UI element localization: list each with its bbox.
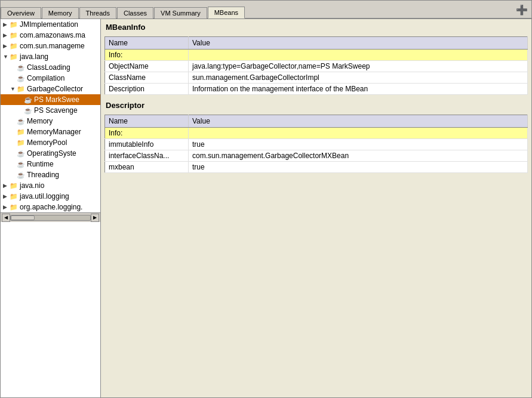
tree-label: MemoryManager xyxy=(27,128,81,136)
folder-icon: 📁 xyxy=(10,32,18,39)
tree-item[interactable]: 📁MemoryPool xyxy=(1,137,100,148)
bean-icon: ☕ xyxy=(24,107,32,115)
cell-name: Description xyxy=(105,84,189,95)
table-row: interfaceClassNa...com.sun.management.Ga… xyxy=(105,150,528,162)
tree-label: Runtime xyxy=(27,160,54,168)
tree-item[interactable]: ▶📁com.amazonaws.ma xyxy=(1,30,100,41)
tree-item[interactable]: ☕OperatingSyste xyxy=(1,148,100,159)
folder-icon: 📁 xyxy=(10,182,18,190)
add-icon[interactable]: ➕ xyxy=(512,2,531,18)
mbean-table: Name Value Info:ObjectNamejava.lang:type… xyxy=(104,36,528,95)
expand-arrow[interactable]: ▶ xyxy=(3,204,8,210)
table-row: Info: xyxy=(105,128,528,139)
tree-item[interactable]: ☕PS Scavenge xyxy=(1,105,100,116)
tab-mbeans[interactable]: MBeans xyxy=(208,7,245,18)
desc-col-name: Name xyxy=(105,115,189,128)
tree-label: PS MarkSwee xyxy=(34,95,79,104)
scroll-thumb[interactable] xyxy=(11,215,35,220)
tree-label: JMImplementation xyxy=(20,20,78,29)
cell-name: Info: xyxy=(105,50,189,61)
bean-icon: ☕ xyxy=(17,150,25,158)
tree-item[interactable]: ☕ClassLoading xyxy=(1,62,100,73)
tree-item[interactable]: ☕PS MarkSwee xyxy=(1,94,100,105)
tree-label: com.sun.manageme xyxy=(20,42,85,50)
cell-name: mxbean xyxy=(105,162,189,173)
cell-value: true xyxy=(189,139,528,150)
cell-value xyxy=(189,50,528,61)
cell-value: true xyxy=(189,162,528,173)
expand-arrow[interactable]: ▶ xyxy=(3,193,8,199)
bean-icon: ☕ xyxy=(24,96,32,104)
cell-name: Info: xyxy=(105,128,189,139)
tree-label: Memory xyxy=(27,117,53,125)
tree-scrollbar[interactable]: ◀ ▶ xyxy=(1,212,100,222)
folder-icon: 📁 xyxy=(17,139,25,147)
tree-label: MemoryPool xyxy=(27,138,67,147)
tab-threads[interactable]: Threads xyxy=(79,7,116,18)
tree-item[interactable]: ☕Runtime xyxy=(1,159,100,169)
mbean-title: MBeanInfo xyxy=(101,19,531,34)
tree-label: java.lang xyxy=(20,53,48,61)
expand-arrow[interactable]: ▶ xyxy=(3,32,8,38)
cell-name: interfaceClassNa... xyxy=(105,150,189,162)
tree-item[interactable]: ▼📁java.lang xyxy=(1,51,100,62)
folder-icon: 📁 xyxy=(10,42,18,50)
expand-arrow[interactable]: ▶ xyxy=(3,183,8,189)
tree-item[interactable]: ▶📁java.nio xyxy=(1,180,100,191)
tree-label: java.util.logging xyxy=(20,192,69,200)
expand-arrow[interactable]: ▶ xyxy=(3,21,8,27)
mbean-col-value: Value xyxy=(189,37,528,50)
cell-name: ObjectName xyxy=(105,61,189,72)
tab-vm-summary[interactable]: VM Summary xyxy=(154,7,207,18)
folder-icon: 📁 xyxy=(17,128,25,136)
bean-icon: ☕ xyxy=(17,75,25,82)
bean-icon: ☕ xyxy=(17,161,25,168)
scroll-left-btn[interactable]: ◀ xyxy=(2,214,10,222)
table-row: Info: xyxy=(105,50,528,61)
table-row: immutableInfotrue xyxy=(105,139,528,150)
mbean-col-name: Name xyxy=(105,37,189,50)
tree-label: ClassLoading xyxy=(27,63,70,72)
content-area: ▶📁JMImplementation▶📁com.amazonaws.ma▶📁co… xyxy=(1,19,531,397)
tree-label: GarbageCollector xyxy=(27,85,83,93)
tree-item[interactable]: ▶📁JMImplementation xyxy=(1,19,100,30)
tree-panel: ▶📁JMImplementation▶📁com.amazonaws.ma▶📁co… xyxy=(1,19,101,397)
scroll-track[interactable] xyxy=(10,215,91,221)
tree-label: java.nio xyxy=(20,181,44,190)
tab-classes[interactable]: Classes xyxy=(117,7,153,18)
expand-arrow[interactable]: ▼ xyxy=(10,86,15,92)
table-row: ClassNamesun.management.GarbageCollector… xyxy=(105,72,528,84)
expand-arrow[interactable]: ▼ xyxy=(3,54,8,60)
expand-arrow[interactable]: ▶ xyxy=(3,43,8,49)
descriptor-section: Name Value Info:immutableInfotrueinterfa… xyxy=(104,115,528,173)
tree-item[interactable]: ☕Threading xyxy=(1,169,100,180)
tab-overview[interactable]: Overview xyxy=(1,7,41,18)
tree-label: PS Scavenge xyxy=(34,106,78,115)
folder-icon: 📁 xyxy=(10,21,18,29)
right-panel: MBeanInfo Name Value Info:ObjectNamejava… xyxy=(101,19,531,397)
tree-item[interactable]: ▼📁GarbageCollector xyxy=(1,84,100,94)
cell-name: ClassName xyxy=(105,72,189,84)
tab-memory[interactable]: Memory xyxy=(42,7,79,18)
tree-item[interactable]: ☕Memory xyxy=(1,116,100,127)
desc-col-value: Value xyxy=(189,115,528,128)
tree-item[interactable]: ▶📁com.sun.manageme xyxy=(1,41,100,51)
scroll-right-btn[interactable]: ▶ xyxy=(91,214,99,222)
cell-value: Information on the management interface … xyxy=(189,84,528,95)
mbean-info-section: Name Value Info:ObjectNamejava.lang:type… xyxy=(104,36,528,95)
folder-icon: 📁 xyxy=(10,53,18,61)
folder-icon: 📁 xyxy=(10,193,18,200)
cell-value xyxy=(189,128,528,139)
tree-item[interactable]: ▶📁org.apache.logging. xyxy=(1,202,100,212)
tree-label: Compilation xyxy=(27,74,64,82)
table-row: ObjectNamejava.lang:type=GarbageCollecto… xyxy=(105,61,528,72)
descriptor-title: Descriptor xyxy=(101,97,531,112)
tree-label: com.amazonaws.ma xyxy=(20,31,85,39)
cell-value: com.sun.management.GarbageCollectorMXBea… xyxy=(189,150,528,162)
tree-label: OperatingSyste xyxy=(27,149,76,158)
tree-item[interactable]: ☕Compilation xyxy=(1,73,100,84)
tree-item[interactable]: ▶📁java.util.logging xyxy=(1,191,100,202)
tabs-bar: Overview Memory Threads Classes VM Summa… xyxy=(1,1,531,19)
tree-item[interactable]: 📁MemoryManager xyxy=(1,127,100,137)
bean-icon: ☕ xyxy=(17,64,25,72)
